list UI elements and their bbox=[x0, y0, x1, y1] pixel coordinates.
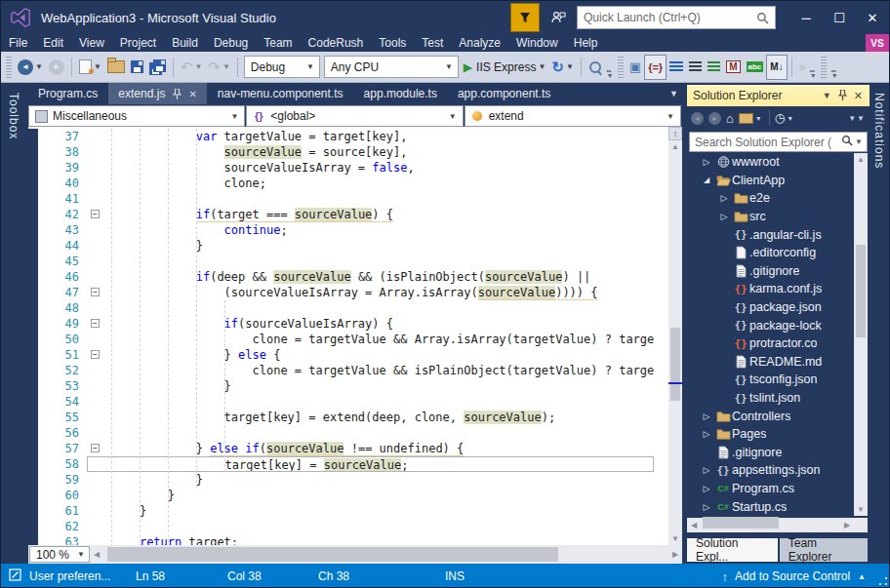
tree-item-src[interactable]: ▷src bbox=[687, 208, 854, 226]
fold-marker-icon[interactable]: − bbox=[91, 444, 100, 452]
menu-build[interactable]: Build bbox=[164, 34, 206, 52]
tab-app-module-ts[interactable]: app.module.ts bbox=[354, 83, 447, 104]
scroll-down-icon[interactable]: ▼ bbox=[668, 532, 682, 545]
tree-item-tsconfig-json[interactable]: {}tsconfig.json bbox=[687, 371, 854, 389]
toolbar-grip[interactable] bbox=[6, 57, 12, 78]
menu-tools[interactable]: Tools bbox=[371, 34, 414, 52]
pending-changes-filter-icon[interactable]: ◷▼ bbox=[775, 111, 793, 125]
scroll-up-icon[interactable]: ▲ bbox=[854, 153, 868, 166]
code-line-50[interactable]: 50 clone = targetValue && Array.isArray(… bbox=[28, 332, 654, 347]
code-line-44[interactable]: 44 } bbox=[28, 238, 654, 254]
quick-launch-input[interactable]: Quick Launch (Ctrl+Q) bbox=[577, 6, 776, 29]
fold-marker-icon[interactable]: − bbox=[91, 319, 100, 328]
code-line-41[interactable]: 41 bbox=[28, 191, 654, 207]
tree-item--angular-cli-js[interactable]: {}.angular-cli.js bbox=[687, 225, 854, 244]
close-tab-icon[interactable]: ✕ bbox=[188, 89, 196, 99]
code-line-47[interactable]: 47− (sourceValueIsArray = Array.isArray(… bbox=[28, 285, 654, 300]
dropdown-arrow-icon[interactable]: ▼ bbox=[566, 62, 574, 71]
new-project-icon[interactable]: ▼ bbox=[76, 56, 104, 79]
scroll-right-icon[interactable]: ▶ bbox=[840, 521, 854, 529]
code-cube-icon[interactable]: ▣ bbox=[627, 56, 644, 79]
tree-horizontal-scrollbar[interactable]: ◀ ▶ bbox=[687, 518, 854, 532]
code-line-51[interactable]: 51− } else { bbox=[28, 347, 654, 363]
tree-item-controllers[interactable]: ▷Controllers bbox=[687, 407, 854, 425]
code-line-43[interactable]: 43 continue; bbox=[28, 222, 654, 238]
document-well-dropdown-icon[interactable]: ▼ bbox=[669, 89, 678, 98]
code-line-37[interactable]: 37 var targetValue = target[key], bbox=[28, 129, 654, 144]
resize-grip[interactable] bbox=[878, 576, 888, 586]
horizontal-scroll-thumb[interactable] bbox=[703, 517, 779, 529]
add-to-source-control-button[interactable]: ↑ Add to Source Control ▲ bbox=[722, 564, 867, 588]
user-preferences-icon[interactable] bbox=[9, 568, 21, 584]
expand-arrow-icon[interactable]: ▷ bbox=[699, 412, 714, 421]
close-icon[interactable]: ✕ bbox=[854, 90, 863, 102]
menu-debug[interactable]: Debug bbox=[206, 34, 256, 52]
tree-item--gitignore[interactable]: .gitignore bbox=[687, 444, 854, 462]
solution-configuration-combo[interactable]: Debug▼ bbox=[244, 56, 320, 78]
expand-arrow-icon[interactable]: ▷ bbox=[716, 193, 732, 203]
tree-item-e2e[interactable]: ▷e2e bbox=[687, 189, 854, 208]
code-line-55[interactable]: 55 target[key] = extend(deep, clone, sou… bbox=[28, 410, 654, 425]
solution-explorer-search-input[interactable]: Search Solution Explorer ( ▼ bbox=[689, 132, 868, 152]
tree-item-startup-cs[interactable]: ▷C#Startup.cs bbox=[687, 497, 854, 516]
panel-tab-solution-expl-[interactable]: Solution Expl... bbox=[687, 538, 778, 562]
window-position-icon[interactable]: ▼ bbox=[823, 91, 831, 100]
format-document-icon[interactable] bbox=[686, 56, 705, 79]
se-toolbar-overflow-icon[interactable]: ▼▼ bbox=[848, 114, 866, 123]
expand-arrow-icon[interactable]: ▷ bbox=[699, 465, 714, 475]
code-line-57[interactable]: 57− } else if(sourceValue !== undefined)… bbox=[28, 441, 654, 456]
menu-help[interactable]: Help bbox=[566, 34, 606, 52]
tree-item--editorconfig[interactable]: .editorconfig bbox=[687, 244, 854, 262]
tab-program-cs[interactable]: Program.cs bbox=[28, 83, 107, 104]
vertical-scroll-thumb[interactable] bbox=[856, 245, 866, 337]
markdown-preview-icon[interactable]: M↓ bbox=[766, 55, 787, 80]
tree-item-protractor-co[interactable]: {}protractor.co bbox=[687, 334, 854, 353]
menu-test[interactable]: Test bbox=[414, 34, 451, 52]
code-line-40[interactable]: 40 clone; bbox=[28, 176, 654, 191]
minimize-button[interactable]: ─ bbox=[789, 3, 823, 32]
find-in-files-icon[interactable] bbox=[586, 56, 605, 79]
panel-tab-team-explorer[interactable]: Team Explorer bbox=[780, 538, 868, 562]
menu-view[interactable]: View bbox=[71, 34, 112, 52]
expand-arrow-icon[interactable]: ▷ bbox=[699, 502, 714, 512]
member-dropdown[interactable]: extend ▼ bbox=[465, 105, 681, 127]
scroll-up-icon[interactable]: ▲ bbox=[668, 140, 682, 153]
code-line-58[interactable]: 58 target[key] = sourceValue; bbox=[28, 456, 654, 472]
menu-project[interactable]: Project bbox=[112, 34, 164, 52]
solution-platform-combo[interactable]: Any CPU▼ bbox=[324, 56, 459, 78]
brace-format-icon[interactable]: {=} bbox=[644, 55, 667, 80]
open-file-icon[interactable] bbox=[104, 56, 128, 79]
code-line-53[interactable]: 53 } bbox=[28, 378, 654, 394]
code-line-63[interactable]: 63 return target; bbox=[28, 534, 654, 545]
toolbar-overflow-icon[interactable]: ••▼ bbox=[808, 57, 818, 78]
tree-item-clientapp[interactable]: ◢ClientApp bbox=[687, 172, 854, 190]
toolbox-tab[interactable]: Toolbox bbox=[7, 87, 20, 145]
spell-check-icon[interactable]: abc bbox=[744, 56, 767, 79]
splitter-grip-icon[interactable]: ↕ bbox=[668, 127, 682, 140]
tree-item-package-json[interactable]: {}package.json bbox=[687, 298, 854, 317]
home-icon[interactable]: ⌂ bbox=[726, 111, 734, 126]
tree-item-readme-md[interactable]: README.md bbox=[687, 353, 854, 372]
menu-analyze[interactable]: Analyze bbox=[451, 34, 508, 52]
code-line-49[interactable]: 49− if(sourceValueIsArray) { bbox=[28, 316, 654, 332]
menu-coderush[interactable]: CodeRush bbox=[301, 34, 372, 52]
code-line-59[interactable]: 59 } bbox=[28, 472, 654, 488]
close-button[interactable]: ✕ bbox=[856, 3, 889, 32]
code-line-62[interactable]: 62 bbox=[28, 519, 654, 534]
code-line-52[interactable]: 52 clone = targetValue && isPlainObject(… bbox=[28, 363, 654, 378]
pin-icon[interactable] bbox=[838, 90, 847, 102]
toolbar-overflow-icon[interactable]: ••▼ bbox=[605, 57, 615, 78]
horizontal-scroll-thumb[interactable] bbox=[107, 547, 558, 562]
maximize-button[interactable]: ☐ bbox=[823, 3, 856, 32]
tree-item-pages[interactable]: ▷Pages bbox=[687, 425, 854, 444]
code-line-39[interactable]: 39 sourceValueIsArray = false, bbox=[28, 160, 654, 176]
expand-arrow-icon[interactable]: ▷ bbox=[699, 484, 714, 493]
save-all-icon[interactable] bbox=[146, 56, 169, 79]
type-dropdown[interactable]: {} <global> ▼ bbox=[246, 105, 463, 127]
tree-item-program-cs[interactable]: ▷C#Program.cs bbox=[687, 480, 854, 498]
fold-marker-icon[interactable]: − bbox=[91, 288, 100, 296]
collapse-arrow-icon[interactable]: ◢ bbox=[699, 176, 714, 184]
tree-item-tslint-json[interactable]: {}tslint.json bbox=[687, 389, 854, 408]
notifications-tab[interactable]: Notifications bbox=[872, 87, 886, 175]
indent-lines-icon[interactable] bbox=[667, 56, 686, 79]
